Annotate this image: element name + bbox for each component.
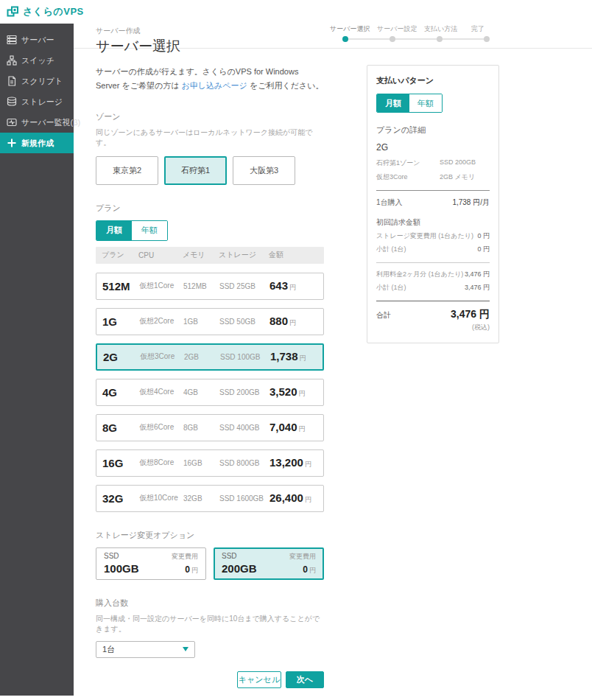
- plan-price: 3,520円: [269, 385, 323, 399]
- storage-fee-unit: 円: [191, 567, 198, 574]
- usage-billing-lines: 利用料金2ヶ月分 (1台あたり) 3,476 円 小計 (1台) 3,476 円: [376, 270, 490, 293]
- billing-line-label: 利用料金2ヶ月分 (1台あたり): [376, 270, 463, 279]
- sakura-vps-logo-icon: [7, 6, 19, 18]
- billing-tab-label: 月額: [106, 225, 122, 236]
- plan-price: 643円: [269, 279, 323, 293]
- plan-price-unit: 円: [305, 496, 311, 503]
- storage-size: 100GB: [104, 562, 139, 575]
- zone-option-label: 東京第2: [113, 165, 141, 176]
- plan-name: 512M: [102, 280, 139, 293]
- progress-step: サーバー選択: [330, 24, 377, 42]
- sidebar-item-label: ストレージ: [21, 97, 63, 108]
- plan-detail-rows: 石狩第1ゾーン SSD 200GB 仮想3Core 2GB メモリ: [376, 158, 490, 182]
- purchase-price: 1,738 円/月: [452, 197, 490, 208]
- plan-price-unit: 円: [299, 390, 306, 397]
- plan-name: 32G: [102, 492, 139, 505]
- plan-row[interactable]: 16G 仮想8Core 16GB SSD 800GB 13,200円: [96, 449, 324, 477]
- progress-step-dot: [342, 36, 348, 42]
- monitor-icon: [7, 117, 17, 127]
- sidebar-item-monitoring[interactable]: サーバー監視(β): [0, 112, 74, 133]
- storage-option-label: ストレージ変更オプション: [96, 530, 324, 541]
- sidebar-item-switch[interactable]: スイッチ: [0, 50, 74, 71]
- payment-billing-tab[interactable]: 月額: [377, 94, 409, 112]
- billing-line-value: 0 円: [477, 245, 490, 254]
- plan-row[interactable]: 32G 仮想10Core 32GB SSD 1600GB 26,400円: [96, 485, 324, 512]
- plan-price-unit: 円: [305, 461, 311, 468]
- plan-row[interactable]: 4G 仮想4Core 4GB SSD 200GB 3,520円: [96, 379, 324, 406]
- plan-storage: SSD 400GB: [219, 424, 269, 432]
- quantity-label: 購入台数: [96, 598, 324, 609]
- sidebar-item-label: スクリプト: [21, 76, 63, 87]
- billing-tab[interactable]: 年額: [132, 221, 167, 240]
- plan-row[interactable]: 2G 仮想3Core 2GB SSD 100GB 1,738円: [96, 343, 324, 371]
- plan-cpu: 仮想10Core: [139, 493, 183, 503]
- payment-panel: 支払いパターン 月額 年額 プランの詳細 2G 石狩第1ゾー: [367, 65, 499, 343]
- brand-logo[interactable]: さくらのVPS: [7, 5, 84, 18]
- plan-memory: 16GB: [183, 459, 219, 467]
- plan-list: 512M 仮想1Core 512MB SSD 25GB 643円 1G 仮想2C…: [96, 273, 324, 512]
- sidebar-item-server[interactable]: サーバー: [0, 29, 74, 50]
- plan-row[interactable]: 1G 仮想2Core 1GB SSD 50GB 880円: [96, 308, 324, 335]
- brand-name: さくらのVPS: [23, 5, 84, 18]
- plan-price: 26,400円: [269, 491, 323, 505]
- total-label: 合計: [376, 310, 391, 321]
- billing-line: 小計 (1台) 3,476 円: [376, 283, 490, 293]
- plan-memory: 4GB: [183, 388, 219, 396]
- plan-name: 2G: [103, 351, 140, 363]
- quantity-select[interactable]: 1台: [96, 641, 195, 658]
- storage-option-card[interactable]: SSD 変更費用 100GB 0円: [96, 547, 206, 580]
- quantity-selected-value: 1台: [102, 644, 115, 655]
- storage-size: 200GB: [222, 562, 257, 575]
- plan-cpu: 仮想3Core: [140, 351, 184, 362]
- sidebar-item-storage[interactable]: ストレージ: [0, 91, 74, 112]
- script-icon: [7, 76, 17, 86]
- plan-price: 13,200円: [269, 456, 323, 469]
- payment-panel-title: 支払いパターン: [376, 75, 490, 86]
- progress-step-label: サーバー設定: [377, 24, 424, 34]
- payment-billing-tab-label: 月額: [385, 98, 401, 109]
- plan-table-header: プラン CPU メモリ ストレージ 金額: [96, 247, 324, 264]
- zone-option-button[interactable]: 大阪第3: [233, 156, 295, 185]
- plan-row[interactable]: 8G 仮想6Core 8GB SSD 400GB 7,040円: [96, 414, 324, 441]
- plan-detail-title: プランの詳細: [376, 125, 490, 136]
- col-memory: メモリ: [183, 250, 219, 260]
- form-actions: キャンセル 次へ: [96, 671, 324, 688]
- plan-price: 7,040円: [269, 421, 323, 434]
- billing-tab[interactable]: 月額: [96, 221, 132, 240]
- progress-step-dot: [484, 36, 490, 42]
- plan-memory: 8GB: [183, 424, 219, 432]
- sidebar-item-label: 新規作成: [21, 138, 54, 149]
- zone-option-button[interactable]: 東京第2: [96, 156, 158, 185]
- plan-storage: SSD 50GB: [219, 318, 269, 326]
- sidebar-item-script[interactable]: スクリプト: [0, 71, 74, 91]
- tax-included-note: (税込): [376, 323, 490, 332]
- plan-detail-right: SSD 200GB: [440, 158, 490, 168]
- payment-billing-tab[interactable]: 年額: [409, 94, 442, 112]
- intro-text-after: をご利用ください。: [247, 81, 324, 90]
- storage-fee-unit: 円: [309, 567, 316, 574]
- billing-line-value: 3,476 円: [465, 270, 490, 279]
- zone-section-label: ゾーン: [96, 111, 324, 122]
- divider: [376, 190, 490, 191]
- cancel-button[interactable]: キャンセル: [237, 671, 281, 688]
- plan-detail-right: 2GB メモリ: [440, 172, 490, 182]
- plan-row[interactable]: 512M 仮想1Core 512MB SSD 25GB 643円: [96, 273, 324, 300]
- application-page-link[interactable]: お申し込みページ: [182, 81, 247, 90]
- progress-steps: サーバー選択 サーバー設定 支払い方法 完了: [330, 24, 533, 49]
- col-cpu: CPU: [138, 251, 183, 259]
- plan-storage: SSD 25GB: [219, 282, 269, 290]
- plan-cpu: 仮想4Core: [139, 387, 183, 397]
- plan-cpu: 仮想2Core: [139, 316, 183, 326]
- zone-option-button[interactable]: 石狩第1: [164, 156, 227, 185]
- progress-step: 支払い方法: [424, 24, 471, 42]
- next-button[interactable]: 次へ: [286, 671, 324, 688]
- quantity-description: 同一構成・同一設定のサーバーを同時に10台まで購入することができます。: [96, 614, 324, 634]
- storage-fee: 0円: [303, 564, 316, 575]
- sidebar-item-create-new[interactable]: 新規作成: [0, 133, 74, 153]
- plan-price: 1,738円: [270, 350, 323, 363]
- plan-price-unit: 円: [299, 425, 306, 433]
- switch-icon: [7, 55, 17, 66]
- billing-line-label: 小計 (1台): [376, 283, 406, 293]
- storage-option-card[interactable]: SSD 変更費用 200GB 0円: [214, 547, 324, 580]
- zone-option-label: 大阪第3: [250, 165, 278, 176]
